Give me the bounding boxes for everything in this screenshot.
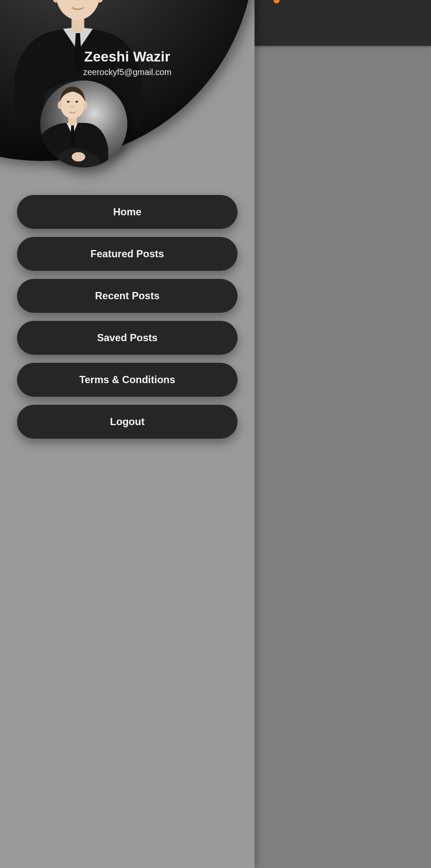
menu-item-label: Home (113, 206, 142, 218)
drawer-menu: Home Featured Posts Recent Posts Saved P… (17, 195, 238, 447)
menu-item-label: Terms & Conditions (79, 374, 175, 386)
navigation-drawer: Zeeshi Wazir zeerockyf5@gmail.com (0, 0, 255, 868)
menu-item-saved-posts[interactable]: Saved Posts (17, 321, 238, 355)
menu-item-logout[interactable]: Logout (17, 405, 238, 439)
menu-item-label: Recent Posts (95, 290, 160, 302)
app-top-bar (255, 0, 431, 46)
avatar-image (40, 81, 127, 167)
drawer-header-background (0, 0, 255, 161)
svg-point-10 (58, 101, 62, 109)
user-info: Zeeshi Wazir zeerockyf5@gmail.com (0, 49, 255, 77)
menu-item-label: Saved Posts (97, 332, 158, 344)
svg-point-12 (67, 101, 70, 103)
menu-item-label: Featured Posts (90, 248, 164, 260)
user-name: Zeeshi Wazir (0, 49, 255, 65)
menu-item-recent-posts[interactable]: Recent Posts (17, 279, 238, 313)
user-email: zeerockyf5@gmail.com (0, 67, 255, 77)
menu-item-featured-posts[interactable]: Featured Posts (17, 237, 238, 271)
svg-point-13 (76, 101, 78, 103)
menu-item-home[interactable]: Home (17, 195, 238, 229)
svg-point-11 (83, 101, 87, 109)
menu-item-label: Logout (110, 416, 144, 428)
avatar[interactable] (40, 81, 127, 167)
content-overlay (255, 0, 431, 868)
svg-point-7 (72, 152, 85, 161)
menu-item-terms-conditions[interactable]: Terms & Conditions (17, 363, 238, 397)
